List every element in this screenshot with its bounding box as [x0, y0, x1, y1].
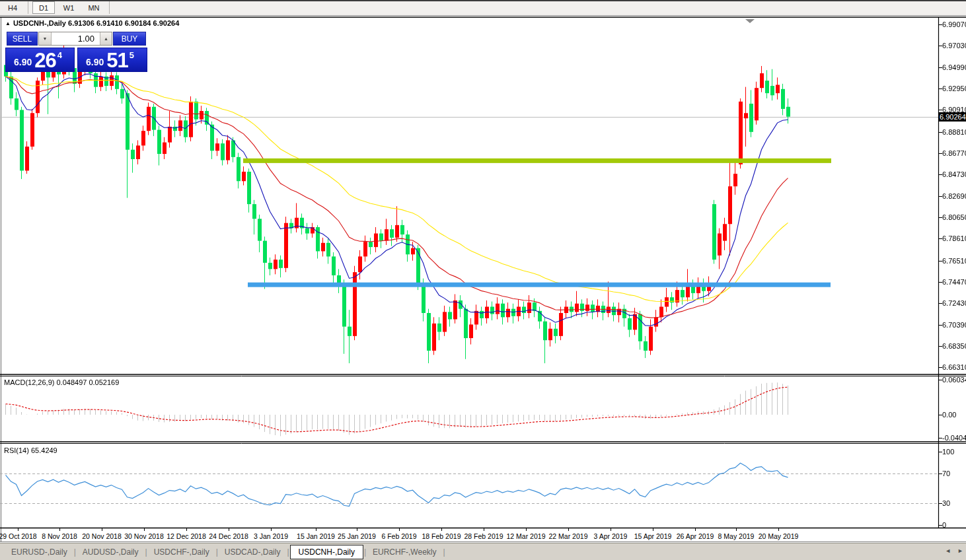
tab-separator: | [443, 547, 445, 557]
macd-axis-label: 0.060342 [942, 376, 966, 384]
price-axis-label: 6.82690 [942, 192, 966, 200]
chart-tab-eurusd[interactable]: EURUSD-,Daily [5, 545, 73, 559]
tab-separator: | [287, 547, 289, 557]
sell-price-prefix: 6.90 [14, 57, 32, 67]
window-frame-bottom [0, 542, 966, 542]
collapse-triangle-icon[interactable]: ▲ [5, 20, 11, 26]
price-axis-label: 6.74470 [942, 278, 966, 286]
chart-tab-usdcad[interactable]: USDCAD-,Daily [219, 545, 287, 559]
price-axis-label: 6.86770 [942, 149, 966, 157]
date-axis-label[interactable]: 20 May 2019 [749, 532, 808, 540]
timeframe-toolbar: H4D1W1MN [0, 0, 966, 16]
rsi-axis-label: 30 [942, 499, 950, 507]
scroll-left-icon[interactable]: ◄ [945, 547, 951, 554]
tab-separator: | [364, 547, 366, 557]
buy-price-prefix: 6.90 [86, 57, 104, 67]
price-axis-label: 6.76510 [942, 257, 966, 265]
chart-canvas[interactable] [0, 17, 966, 532]
price-axis-label: 6.72430 [942, 299, 966, 307]
macd-axis-label: 0.00 [942, 411, 956, 419]
timeframe-button-h4[interactable]: H4 [1, 1, 24, 14]
buy-price-panel[interactable]: 6.90 51 5 [77, 48, 147, 72]
sell-price-panel[interactable]: 6.90 26 4 [5, 48, 75, 72]
price-axis-label: 6.92950 [942, 85, 966, 92]
buy-price-main: 51 [106, 48, 128, 71]
price-axis-label: 6.97030 [942, 42, 966, 50]
chart-ohlc-values: 6.91306 6.91410 6.90184 6.90264 [68, 19, 179, 27]
rsi-axis-label: 70 [942, 470, 950, 477]
macd-axis-label: -0.040415 [942, 434, 966, 442]
price-axis-label: 6.90910 [942, 106, 966, 114]
tab-separator: | [74, 547, 76, 557]
volume-increase-button[interactable]: ▲ [100, 32, 112, 45]
volume-decrease-button[interactable]: ▼ [39, 32, 52, 45]
price-axis-label: 6.88810 [942, 128, 966, 136]
chart-tab-usdchf[interactable]: USDCHF-,Daily [148, 545, 215, 559]
toolbar-separator [28, 1, 28, 14]
rsi-indicator-label: RSI(14) 65.4249 [4, 446, 57, 454]
macd-indicator-label: MACD(12,26,9) 0.048497 0.052169 [4, 378, 119, 386]
volume-spinner: ▼ 1.00 ▲ [38, 32, 112, 46]
timeframe-button-d1[interactable]: D1 [32, 1, 55, 14]
chart-tab-bar: EURUSD-,Daily|AUDUSD-,Daily|USDCHF-,Dail… [0, 543, 966, 560]
trading-platform-window: H4D1W1MN ▲USDCNH-,Daily 6.91306 6.91410 … [0, 0, 966, 560]
chart-tab-usdcnh[interactable]: USDCNH-,Daily [290, 545, 363, 559]
tab-separator: | [145, 547, 147, 557]
chart-tab-eurchf[interactable]: EURCHF-,Weekly [367, 545, 442, 559]
price-axis-label: 6.84730 [942, 170, 966, 178]
timeframe-button-w1[interactable]: W1 [57, 1, 80, 14]
chart-symbol-info: ▲USDCNH-,Daily 6.91306 6.91410 6.90184 6… [5, 19, 179, 27]
volume-input[interactable]: 1.00 [52, 32, 100, 45]
sell-button[interactable]: SELL [7, 32, 38, 46]
tab-scroll-buttons: ◄ ► [945, 547, 963, 554]
sell-price-main: 26 [34, 48, 56, 71]
price-axis-label: 6.70390 [942, 321, 966, 329]
price-axis-label: 6.68350 [942, 342, 966, 350]
buy-button[interactable]: BUY [113, 32, 146, 46]
price-axis-label: 6.99070 [942, 20, 966, 28]
tab-separator: | [216, 547, 218, 557]
window-frame-top [0, 0, 966, 1]
price-axis-label: 6.94990 [942, 63, 966, 71]
price-axis-label: 6.66310 [942, 363, 966, 371]
chart-symbol-label: USDCNH-,Daily [13, 19, 66, 27]
chart-tab-audusd[interactable]: AUDUSD-,Daily [77, 545, 145, 559]
rsi-axis-label: 100 [942, 448, 954, 456]
toolbar-separator [109, 1, 110, 14]
timeframe-button-mn[interactable]: MN [83, 1, 105, 14]
scroll-right-icon[interactable]: ► [957, 547, 963, 554]
rsi-axis-label: 0 [942, 521, 946, 529]
buy-price-pip: 5 [130, 50, 134, 71]
price-axis-label: 6.78610 [942, 234, 966, 242]
sell-price-pip: 4 [57, 50, 62, 71]
price-axis-label: 6.80650 [942, 213, 966, 221]
